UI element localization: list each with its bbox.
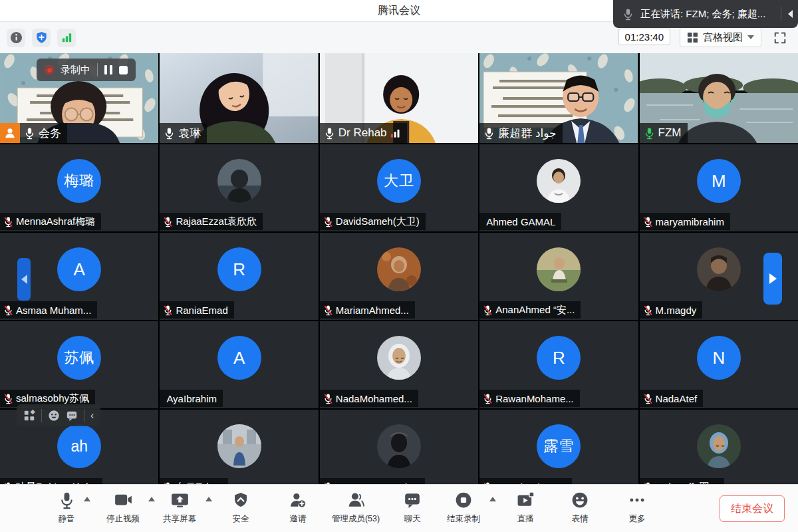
participant-tile[interactable]: RajaaEzzat袁欣欣: [160, 144, 318, 231]
avatar: 大卫: [377, 159, 421, 203]
participant-tile[interactable]: MariamAhmed...: [320, 233, 478, 320]
fullscreen-icon: [773, 31, 787, 45]
recording-label: 录制中: [61, 64, 90, 76]
avatar: N: [697, 336, 741, 380]
microphone-muted-icon: [163, 305, 173, 316]
participant-tile[interactable]: N NadaAtef: [640, 321, 798, 408]
participant-name: NadaAtef: [656, 393, 698, 404]
pause-recording-icon[interactable]: [104, 65, 112, 74]
participant-name: 袁琳: [178, 126, 201, 141]
participant-name: FZM: [658, 126, 682, 140]
avatar: [217, 424, 261, 468]
microphone-on-icon: [24, 127, 35, 140]
stop-recording-icon[interactable]: [119, 66, 128, 74]
chevron-down-icon: [747, 35, 754, 39]
mute-options-arrow[interactable]: [84, 497, 90, 501]
participant-name-label: 廉超群 جواد: [479, 123, 562, 143]
share-screen-button[interactable]: 共享屏幕: [152, 490, 207, 529]
emoji-icon[interactable]: [48, 410, 60, 422]
participant-tile[interactable]: ...shrouffa羽...: [640, 410, 798, 484]
avatar: M: [697, 159, 741, 203]
participant-tile[interactable]: NadaMohamed...: [320, 321, 478, 408]
participant-tile[interactable]: R RaniaEmad: [160, 233, 318, 320]
collapse-chevron[interactable]: ‹: [90, 410, 94, 421]
microphone-muted-icon: [3, 216, 13, 227]
participant-name: RajaaEzzat袁欣欣: [176, 215, 257, 228]
microphone-on-icon: [164, 127, 175, 140]
chat-icon[interactable]: [66, 410, 78, 422]
participant-tile[interactable]: R RawanMohame...: [479, 321, 638, 408]
invite-button[interactable]: 邀请: [270, 490, 326, 529]
record-options-arrow[interactable]: [489, 497, 496, 501]
next-page-arrow[interactable]: [763, 253, 782, 305]
participant-name-label: 袁琳: [160, 123, 207, 143]
fullscreen-button[interactable]: [771, 29, 789, 47]
participant-tile[interactable]: 录制中 会务: [0, 53, 158, 143]
stop-video-button[interactable]: 停止视频: [95, 490, 151, 529]
participant-tile[interactable]: M maryamibrahim: [640, 144, 798, 231]
manage-members-button[interactable]: 管理成员(53): [319, 490, 392, 529]
stop-recording-button[interactable]: 结束录制: [436, 490, 491, 529]
record-dot-icon: [45, 65, 54, 74]
microphone-muted-icon: [643, 216, 653, 227]
avatar: 露雪: [537, 424, 581, 468]
live-stream-button[interactable]: 直播: [497, 490, 553, 529]
network-quality-button[interactable]: [57, 29, 76, 47]
participant-name: AnanAhmed “安...: [495, 304, 575, 317]
participant-tile[interactable]: Dr Rehab: [320, 53, 478, 143]
avatar: [377, 247, 421, 291]
participant-tile[interactable]: 露雪 Yasmin Shara...: [479, 410, 638, 484]
view-mode-button[interactable]: 宫格视图: [680, 27, 761, 47]
participant-name: NadaMohamed...: [336, 393, 412, 404]
meeting-info-button[interactable]: [7, 29, 25, 47]
reactions-button[interactable]: 表情: [552, 490, 608, 529]
end-meeting-button[interactable]: 结束会议: [720, 495, 785, 522]
previous-page-arrow[interactable]: [17, 258, 31, 301]
chat-button[interactable]: 聊天: [384, 490, 440, 529]
divider: [84, 409, 84, 422]
avatar: [377, 424, 421, 468]
participant-tile[interactable]: 大卫 DavidSameh(大卫): [320, 144, 478, 231]
participant-name-label: RaniaEmad: [160, 301, 233, 319]
participant-tile[interactable]: 梅璐 MennaAshraf梅璐: [0, 144, 158, 231]
avatar: [377, 336, 421, 380]
avatar: ah: [57, 424, 101, 468]
meeting-timer: 01:23:40: [618, 29, 670, 45]
share-options-arrow[interactable]: [205, 497, 212, 501]
microphone-icon: [59, 491, 75, 509]
participant-tile[interactable]: AnanAhmed “安...: [479, 233, 638, 320]
participant-tile[interactable]: 白云Tala...: [160, 410, 318, 484]
more-button[interactable]: 更多: [609, 490, 665, 529]
chat-bubble-icon: [404, 491, 421, 509]
layout-icon[interactable]: [23, 410, 35, 422]
participant-tile-active-speaker[interactable]: FZM: [640, 53, 798, 143]
avatar: R: [537, 336, 581, 380]
participant-name-label: 会务: [0, 123, 67, 143]
participant-tile[interactable]: 袁琳: [160, 53, 318, 143]
participant-name: 廉超群 جواد: [498, 126, 556, 141]
participant-tile[interactable]: 苏佩 salmasobhy苏佩: [0, 321, 158, 408]
participant-name: AyaIbrahim: [166, 393, 217, 404]
participant-name: RaniaEmad: [176, 305, 227, 316]
network-bars-icon: [390, 128, 401, 138]
participant-tile[interactable]: A AyaIbrahim: [160, 321, 318, 408]
bottom-toolbar: 静音 停止视频 共享屏幕 安全: [0, 484, 798, 532]
participant-tile[interactable]: SaraEman...Moh...: [320, 410, 478, 484]
participant-name-label: MennaAshraf梅璐: [0, 213, 101, 230]
participant-tile[interactable]: Ahmed GAMAL: [479, 144, 638, 231]
members-icon: [347, 491, 364, 509]
stop-record-icon: [455, 491, 472, 509]
security-button[interactable]: 安全: [213, 490, 269, 529]
participant-name-label: RajaaEzzat袁欣欣: [160, 213, 263, 230]
participant-name: MariamAhmed...: [336, 305, 409, 316]
live-stream-icon: [517, 491, 535, 509]
participant-tile[interactable]: 廉超群 جواد: [479, 53, 638, 143]
avatar: [697, 424, 741, 468]
participant-name-label: Dr Rehab: [320, 123, 407, 143]
collapse-overlay-arrow-icon[interactable]: [788, 10, 793, 18]
mute-button[interactable]: 静音: [39, 490, 94, 529]
security-status-button[interactable]: [32, 29, 51, 47]
participant-name-label: 白云Tala...: [160, 478, 228, 484]
microphone-muted-icon: [483, 305, 493, 316]
more-dots-icon: [628, 491, 646, 509]
